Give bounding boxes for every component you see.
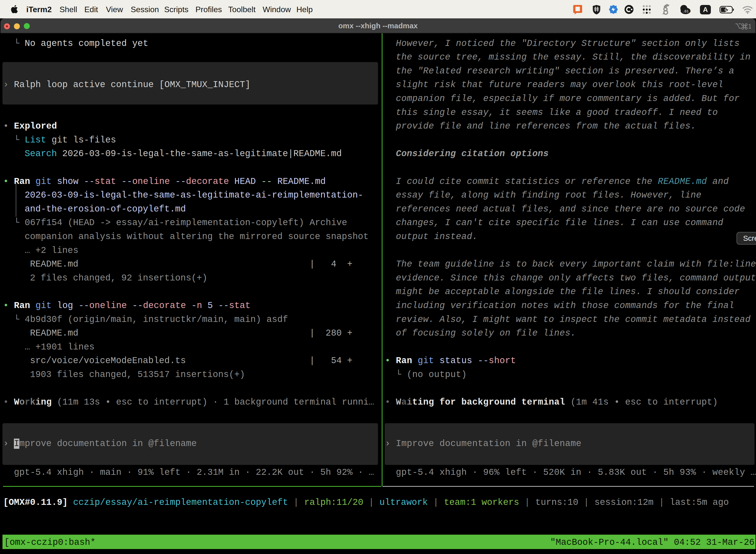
- svg-text:1: 1: [748, 22, 751, 30]
- svg-text:..61: ..61: [682, 9, 689, 13]
